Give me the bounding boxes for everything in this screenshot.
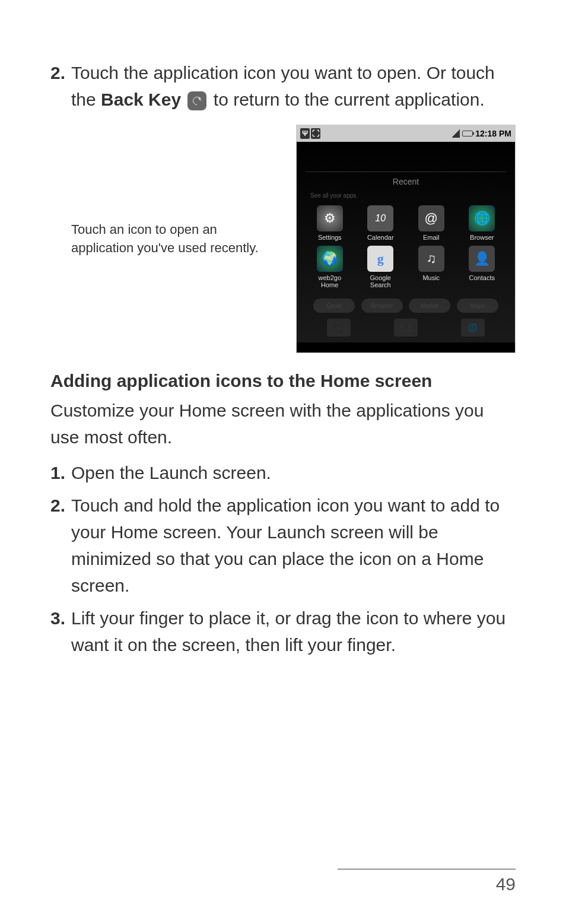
app-settings[interactable]: ⚙ Settings (306, 205, 354, 241)
step-3-number: 3. (50, 605, 65, 631)
app-web2go[interactable]: 🌍 web2go Home (306, 246, 354, 288)
apps-dock-icon: ⋮⋮ (394, 319, 418, 336)
browser-dock-icon: 🌐 (461, 319, 485, 336)
section-heading: Adding application icons to the Home scr… (50, 371, 516, 391)
google-icon: g (367, 246, 393, 272)
faded-pill: Maps (457, 299, 498, 313)
page-number: 49 (496, 874, 516, 894)
status-bar: Ψ ⛶ 12:18 PM (297, 125, 515, 142)
step-2b: 2. Touch and hold the application icon y… (50, 492, 516, 599)
step-2-text-b: to return to the current application. (214, 90, 485, 109)
app-email[interactable]: @ Email (407, 205, 456, 241)
background-launcher-row: Gmail Browser Market Maps (306, 291, 506, 315)
contacts-icon: 👤 (469, 246, 495, 272)
app-contacts[interactable]: 👤 Contacts (458, 246, 507, 288)
battery-icon (462, 131, 473, 136)
step-1: 1. Open the Launch screen. (50, 459, 516, 486)
step-2: 2. Touch the application icon you want t… (50, 59, 516, 113)
back-key-icon (187, 91, 206, 110)
status-notifications: Ψ ⛶ (300, 128, 320, 139)
callout-text: Touch an icon to open an application you… (50, 221, 259, 258)
app-music[interactable]: ♫ Music (407, 246, 456, 288)
screenshot-with-callout: Touch an icon to open an application you… (50, 125, 516, 353)
step-1-number: 1. (50, 459, 65, 486)
email-icon: @ (418, 205, 444, 231)
phone-dock-icon: 📞 (327, 319, 351, 336)
web2go-icon: 🌍 (317, 246, 343, 272)
calendar-icon: 10 (367, 205, 393, 231)
callout-block: Touch an icon to open an application you… (50, 221, 265, 258)
status-right: 12:18 PM (451, 129, 511, 138)
see-all-apps-label: See all your apps. (306, 191, 506, 202)
music-icon: ♫ (418, 246, 444, 272)
faded-pill: Gmail (313, 299, 355, 313)
step-3: 3. Lift your finger to place it, or drag… (50, 605, 516, 658)
usb-icon: Ψ (300, 128, 310, 139)
debug-icon: ⛶ (311, 128, 320, 139)
phone-screenshot: Ψ ⛶ 12:18 PM Recent See all your apps. ⚙… (296, 125, 516, 353)
settings-icon: ⚙ (317, 205, 343, 231)
dock-row: 📞 ⋮⋮ 🌐 (306, 315, 506, 336)
signal-icon (451, 129, 460, 138)
step-2b-number: 2. (50, 492, 65, 519)
phone-body: Recent See all your apps. ⚙ Settings 10 … (297, 142, 515, 342)
back-key-label: Back Key (101, 90, 181, 109)
section-body: Customize your Home screen with the appl… (50, 397, 516, 450)
faded-pill: Browser (361, 299, 403, 313)
footer-divider (338, 869, 516, 869)
faded-pill: Market (409, 299, 450, 313)
clock: 12:18 PM (475, 129, 511, 138)
app-browser[interactable]: 🌐 Browser (458, 205, 507, 241)
page-footer: 49 (338, 869, 516, 894)
app-google-search[interactable]: g Google Search (357, 246, 405, 288)
browser-icon: 🌐 (469, 205, 495, 231)
step-2-number: 2. (50, 59, 65, 86)
app-calendar[interactable]: 10 Calendar (357, 205, 405, 241)
recent-heading: Recent (306, 172, 506, 191)
recent-apps-grid: ⚙ Settings 10 Calendar @ Email 🌐 Browser… (306, 202, 506, 291)
